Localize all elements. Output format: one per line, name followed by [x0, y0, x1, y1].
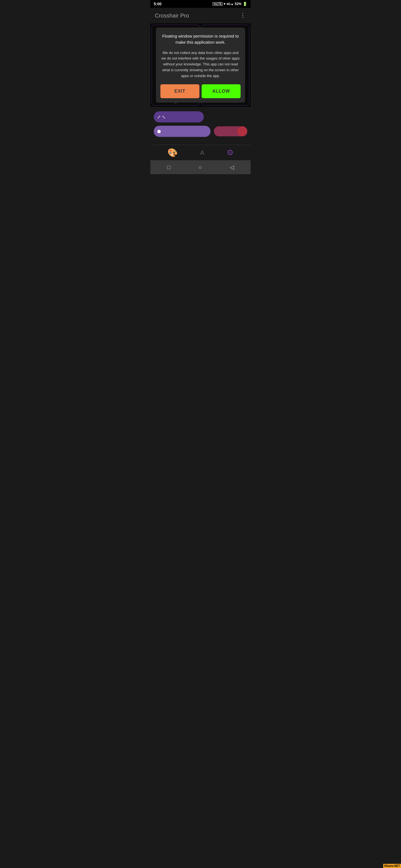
battery-percent: 52%: [235, 2, 241, 6]
exit-button[interactable]: EXIT: [161, 84, 199, 98]
bottom-toolbar: 🎨 A ⚙: [150, 145, 251, 160]
size-slider-row: ⤢ ⤡: [154, 111, 247, 122]
nav-recents-button[interactable]: □: [167, 164, 170, 170]
text-tool-button[interactable]: A: [200, 149, 204, 156]
wifi-icon: ▾: [224, 2, 225, 6]
battery-icon: 🔋: [242, 2, 247, 6]
signal-icon: 4G▲: [226, 2, 234, 6]
app-bar: Crosshair Pro ⋮: [150, 8, 251, 23]
palette-button[interactable]: 🎨: [167, 148, 178, 157]
app-title: Crosshair Pro: [155, 12, 189, 19]
opacity-slider-row: ⬟: [154, 126, 247, 137]
status-right: VoLTE ▾ 4G▲ 52% 🔋: [212, 2, 247, 6]
permission-dialog: Floating window permission is required t…: [156, 28, 245, 103]
toggle-container: [214, 126, 247, 136]
nav-home-button[interactable]: ○: [198, 164, 202, 170]
size-slider[interactable]: ⤢ ⤡: [154, 111, 204, 122]
opacity-icon: ⬟: [157, 129, 161, 134]
size-icon: ⤢ ⤡: [157, 114, 165, 120]
android-nav-bar: □ ○ ◁: [150, 160, 251, 174]
permission-dialog-overlay: Floating window permission is required t…: [150, 23, 251, 107]
status-time: 5:00: [154, 2, 162, 6]
toggle-knob: [237, 126, 247, 136]
allow-button[interactable]: ALLOW: [202, 84, 240, 98]
settings-button[interactable]: ⚙: [227, 148, 234, 157]
more-options-button[interactable]: ⋮: [240, 12, 246, 19]
status-bar: 5:00 VoLTE ▾ 4G▲ 52% 🔋: [150, 0, 251, 8]
main-content: ❮❮ ❯❯ Floating window: [150, 23, 251, 107]
volte-icon: VoLTE: [212, 2, 223, 6]
opacity-slider[interactable]: ⬟: [154, 126, 210, 137]
dialog-buttons: EXIT ALLOW: [161, 84, 240, 98]
dialog-secondary-text: We do not collect any data from other ap…: [161, 50, 240, 79]
nav-back-button[interactable]: ◁: [230, 164, 234, 170]
toggle-switch[interactable]: [214, 126, 247, 136]
bottom-controls: ⤢ ⤡ ⬟: [150, 107, 251, 145]
dialog-primary-text: Floating window permission is required t…: [161, 33, 240, 45]
